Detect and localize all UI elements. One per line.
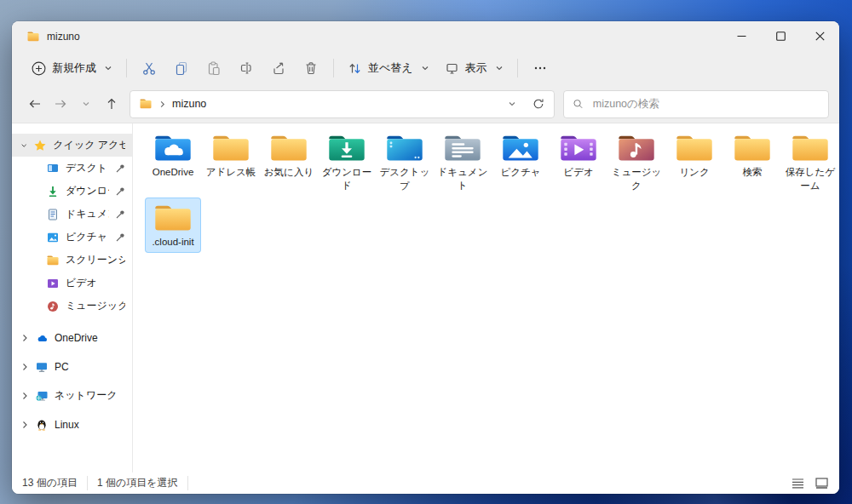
view-icon — [445, 61, 459, 76]
toolbar-separator — [517, 59, 518, 77]
search-input[interactable] — [591, 97, 820, 111]
sidebar-item-label: ダウンロード — [66, 184, 109, 198]
address-bar[interactable]: mizuno — [130, 90, 555, 118]
sidebar-item-music[interactable]: ミュージック — [12, 295, 132, 318]
arrow-right-icon — [54, 97, 67, 111]
file-item-pictures[interactable]: ピクチャ — [493, 129, 548, 182]
breadcrumb-segment[interactable]: mizuno — [172, 98, 206, 110]
file-item-downloads[interactable]: ダウンロード — [320, 129, 374, 195]
refresh-button[interactable] — [528, 92, 549, 116]
sidebar-item-label: Linux — [55, 419, 79, 431]
chevron-down-icon — [82, 100, 90, 108]
chevron-down-icon[interactable] — [20, 141, 27, 150]
cut-button[interactable] — [133, 54, 165, 82]
selection-count: 1 個の項目を選択 — [88, 476, 188, 490]
toolbar-separator — [126, 59, 127, 77]
file-explorer-window: mizuno 新規作成 — [12, 21, 839, 494]
file-item-contacts[interactable]: アドレス帳 — [204, 129, 258, 182]
sidebar-item-label: ミュージック — [66, 299, 125, 313]
chevron-down-icon — [508, 100, 516, 108]
thumbnail-view-icon — [815, 478, 828, 489]
video-icon — [46, 277, 60, 290]
up-button[interactable] — [99, 92, 124, 116]
sidebar-item-videos[interactable]: ビデオ — [12, 272, 132, 295]
file-item-videos[interactable]: ビデオ — [551, 129, 606, 182]
share-button[interactable] — [262, 54, 295, 82]
delete-button[interactable] — [295, 54, 327, 82]
file-item-searches[interactable]: 検索 — [725, 129, 780, 182]
documents-folder-icon — [443, 132, 482, 163]
chevron-down-icon — [495, 64, 504, 72]
file-item-links[interactable]: リンク — [667, 129, 722, 182]
address-dropdown-button[interactable] — [502, 92, 522, 116]
file-list: OneDrive アドレス帳 お気に入り — [133, 123, 839, 472]
chevron-right-icon[interactable] — [20, 421, 29, 429]
desktop-icon — [46, 162, 60, 175]
navigation-bar: mizuno — [12, 85, 839, 123]
more-options-button[interactable] — [524, 54, 556, 82]
chevron-right-icon[interactable] — [20, 334, 29, 342]
chevron-right-icon[interactable] — [20, 392, 29, 400]
sidebar-item-pictures[interactable]: ピクチャ — [12, 226, 132, 249]
minimize-button[interactable] — [722, 21, 761, 51]
file-label: デスクトップ — [378, 166, 431, 192]
music-icon — [46, 300, 60, 313]
file-label: 保存したゲーム — [784, 166, 837, 192]
navigation-pane: クイック アクセス デスクトップ ダウンロード — [12, 123, 133, 472]
file-item-favorites[interactable]: お気に入り — [262, 129, 316, 182]
linux-penguin-icon — [35, 418, 49, 432]
sidebar-item-desktop[interactable]: デスクトップ — [12, 157, 132, 180]
sidebar-item-linux[interactable]: Linux — [12, 413, 132, 436]
downloads-folder-icon — [327, 132, 366, 163]
window-title: mizuno — [47, 31, 80, 43]
sidebar-item-label: ピクチャ — [66, 230, 107, 244]
sort-button-label: 並べ替え — [368, 60, 413, 76]
large-icons-view-button[interactable] — [812, 475, 831, 492]
back-button[interactable] — [22, 92, 48, 116]
folder-icon — [791, 132, 830, 163]
recent-locations-button[interactable] — [73, 92, 99, 116]
copy-button[interactable] — [165, 54, 198, 82]
picture-icon — [46, 231, 60, 244]
close-button[interactable] — [800, 21, 839, 51]
sidebar-item-onedrive[interactable]: OneDrive — [12, 326, 132, 349]
chevron-right-icon[interactable] — [20, 363, 29, 371]
sidebar-item-label: クイック アクセス — [53, 138, 125, 152]
sidebar-item-downloads[interactable]: ダウンロード — [12, 180, 132, 203]
trash-icon — [303, 60, 319, 76]
toolbar-separator — [333, 59, 334, 77]
view-button[interactable]: 表示 — [437, 55, 511, 81]
pin-icon — [115, 186, 125, 197]
sidebar-item-documents[interactable]: ドキュメント — [12, 203, 132, 226]
maximize-icon — [776, 32, 786, 41]
file-label: お気に入り — [264, 166, 314, 180]
file-item-onedrive[interactable]: OneDrive — [146, 129, 200, 182]
refresh-icon — [532, 98, 544, 110]
file-item-music[interactable]: ミュージック — [609, 129, 664, 195]
file-item-cloud-init[interactable]: .cloud-init — [146, 198, 200, 252]
sidebar-item-network[interactable]: ネットワーク — [12, 384, 132, 407]
close-icon — [815, 32, 825, 41]
file-item-saved-games[interactable]: 保存したゲーム — [783, 129, 838, 195]
sidebar-item-label: デスクトップ — [66, 161, 109, 175]
sidebar-item-pc[interactable]: PC — [12, 355, 132, 378]
document-icon — [46, 208, 60, 221]
sidebar-item-screenshots[interactable]: スクリーンショット — [12, 249, 132, 272]
details-view-button[interactable] — [788, 475, 807, 492]
sidebar-item-quick-access[interactable]: クイック アクセス — [12, 134, 132, 157]
new-button[interactable]: 新規作成 — [24, 55, 120, 81]
star-icon — [33, 139, 47, 152]
sort-button[interactable]: 並べ替え — [340, 55, 437, 81]
forward-button[interactable] — [48, 92, 73, 116]
folder-icon — [46, 254, 60, 267]
plus-circle-icon — [32, 61, 46, 76]
file-item-desktop[interactable]: デスクトップ — [377, 129, 432, 195]
search-box[interactable] — [563, 90, 829, 118]
paste-button[interactable] — [198, 54, 230, 82]
pc-monitor-icon — [35, 360, 49, 374]
file-item-documents[interactable]: ドキュメント — [435, 129, 490, 195]
folder-icon — [733, 132, 772, 163]
desktop-folder-icon — [385, 132, 424, 163]
maximize-button[interactable] — [761, 21, 800, 51]
rename-button[interactable] — [230, 54, 262, 82]
